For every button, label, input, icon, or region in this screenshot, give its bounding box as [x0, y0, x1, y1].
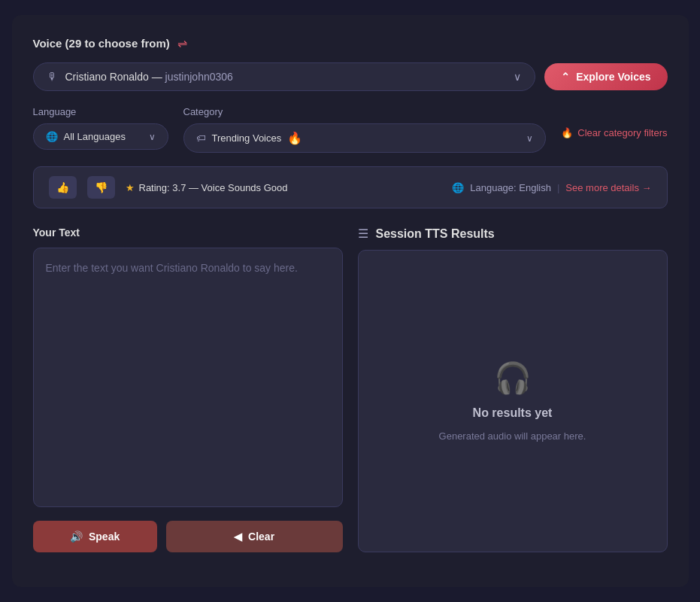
- voice-header: Voice (29 to choose from) ⇌: [33, 36, 668, 50]
- results-panel: ☰ Session TTS Results 🎧 No results yet G…: [358, 227, 668, 552]
- clear-icon: ◀: [234, 531, 242, 543]
- divider: |: [557, 182, 559, 193]
- see-more-details-button[interactable]: See more details →: [565, 182, 651, 193]
- clear-filters-area: 🔥 Clear category filters: [561, 106, 667, 140]
- rating-info: ★ Rating: 3.7 — Voice Sounds Good: [126, 182, 288, 193]
- category-chevron-icon: ∨: [526, 133, 533, 144]
- language-info: 🌐 Language: English | See more details →: [452, 182, 651, 193]
- category-filter-label: Category: [183, 106, 547, 117]
- category-filter-group: Category 🏷 Trending Voices 🔥 ∨: [183, 106, 547, 153]
- voice-name: Cristiano Ronaldo — justinjohn0306: [65, 71, 507, 83]
- text-panel-title: Your Text: [33, 227, 343, 239]
- explore-arrow-icon: ⌃: [561, 71, 570, 83]
- language-globe-icon: 🌐: [452, 182, 464, 193]
- text-input[interactable]: [33, 248, 343, 507]
- globe-icon: 🌐: [46, 131, 58, 142]
- clear-button[interactable]: ◀ Clear: [166, 521, 343, 552]
- main-content: Your Text 🔊 Speak ◀ Clear ☰ Session TTS …: [33, 227, 668, 552]
- language-filter-label: Language: [33, 106, 168, 117]
- voice-title: Voice (29 to choose from): [33, 37, 170, 50]
- filters-row: Language 🌐 All Languages ∨ Category 🏷 Tr…: [33, 106, 668, 153]
- fire-clear-icon: 🔥: [561, 127, 573, 138]
- no-results-subtitle: Generated audio will appear here.: [439, 430, 586, 442]
- star-icon: ★: [126, 182, 135, 193]
- fire-icon: 🔥: [287, 131, 302, 145]
- app-container: Voice (29 to choose from) ⇌ 🎙 Cristiano …: [12, 15, 689, 587]
- hamburger-icon: ☰: [358, 227, 368, 241]
- language-dropdown[interactable]: 🌐 All Languages ∨: [33, 123, 168, 150]
- voice-dropdown[interactable]: 🎙 Cristiano Ronaldo — justinjohn0306 ∨: [33, 62, 536, 91]
- mic-icon: 🎙: [47, 71, 58, 83]
- voice-selector-row: 🎙 Cristiano Ronaldo — justinjohn0306 ∨ ⌃…: [33, 62, 668, 91]
- explore-voices-button[interactable]: ⌃ Explore Voices: [544, 63, 667, 90]
- speak-icon: 🔊: [70, 531, 83, 543]
- language-filter-group: Language 🌐 All Languages ∨: [33, 106, 168, 150]
- thumbs-up-icon: 👍: [56, 181, 69, 193]
- text-panel: Your Text 🔊 Speak ◀ Clear: [33, 227, 343, 552]
- results-title: Session TTS Results: [376, 227, 495, 241]
- chevron-down-icon: ∨: [514, 71, 521, 83]
- results-box: 🎧 No results yet Generated audio will ap…: [358, 250, 668, 552]
- thumbs-up-button[interactable]: 👍: [49, 176, 77, 199]
- tag-icon: 🏷: [196, 132, 206, 144]
- action-buttons: 🔊 Speak ◀ Clear: [33, 521, 343, 552]
- clear-category-button[interactable]: 🔥 Clear category filters: [561, 127, 667, 138]
- no-results-title: No results yet: [473, 406, 553, 420]
- thumbs-down-button[interactable]: 👎: [87, 176, 115, 199]
- text-area-wrapper: [33, 248, 343, 510]
- results-header: ☰ Session TTS Results: [358, 227, 668, 241]
- thumbs-down-icon: 👎: [95, 181, 108, 193]
- headphones-icon: 🎧: [494, 360, 532, 396]
- rating-bar: 👍 👎 ★ Rating: 3.7 — Voice Sounds Good 🌐 …: [33, 166, 668, 208]
- category-dropdown[interactable]: 🏷 Trending Voices 🔥 ∨: [183, 123, 547, 153]
- shuffle-icon[interactable]: ⇌: [177, 36, 187, 50]
- speak-button[interactable]: 🔊 Speak: [33, 521, 157, 552]
- language-chevron-icon: ∨: [149, 132, 156, 142]
